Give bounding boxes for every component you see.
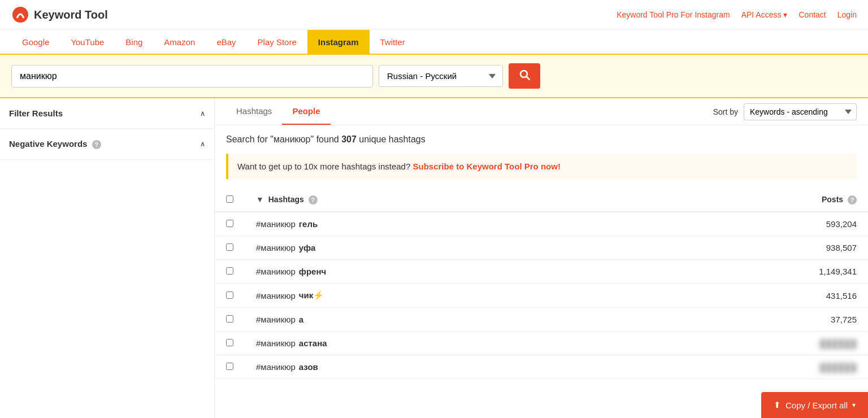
hashtag-cell: #маникюразов <box>245 355 624 379</box>
copy-export-label: Copy / Export all <box>785 400 848 410</box>
filter-results-chevron-icon: ∧ <box>200 110 205 117</box>
posts-value: ▓▓▓▓▓▓ <box>624 332 868 355</box>
language-select[interactable]: Russian - Русский English - English <box>379 65 503 87</box>
hashtag-prefix: #маникюр <box>256 243 296 252</box>
negative-keywords-header[interactable]: Negative Keywords ? ∧ <box>0 129 214 159</box>
hashtag-suffix: астана <box>299 338 327 348</box>
negative-keywords-section: Negative Keywords ? ∧ <box>0 129 214 160</box>
row-checkbox-cell <box>215 260 245 284</box>
hashtag-suffix: уфа <box>299 243 316 252</box>
posts-help-icon[interactable]: ? <box>848 195 857 204</box>
tab-ebay[interactable]: eBay <box>206 30 246 54</box>
row-checkbox-cell <box>215 332 245 355</box>
th-posts: Posts ? <box>624 188 868 212</box>
copy-export-icon: ⬆ <box>774 400 781 410</box>
logo-icon <box>11 6 29 24</box>
result-tab-hashtags[interactable]: Hashtags <box>226 98 282 125</box>
row-checkbox-cell <box>215 308 245 332</box>
th-checkbox <box>215 188 245 212</box>
tabs-bar: Google YouTube Bing Amazon eBay Play Sto… <box>0 30 868 55</box>
hashtag-suffix: а <box>299 315 303 324</box>
row-checkbox[interactable] <box>226 291 233 299</box>
tab-bing[interactable]: Bing <box>115 30 153 54</box>
logo: Keyword Tool <box>11 6 108 24</box>
row-checkbox[interactable] <box>226 267 233 275</box>
hashtag-cell: #маникюруфа <box>245 236 624 260</box>
login-link[interactable]: Login <box>837 10 857 19</box>
search-bar: Russian - Русский English - English <box>0 55 868 98</box>
hashtag-prefix: #маникюр <box>256 315 296 324</box>
negative-keywords-label: Negative Keywords ? <box>9 139 101 149</box>
contact-link[interactable]: Contact <box>798 10 826 19</box>
sort-by-area: Sort by Keywords - ascending Keywords - … <box>713 103 857 120</box>
row-checkbox[interactable] <box>226 220 233 227</box>
search-icon <box>519 69 530 80</box>
search-summary: Search for "маникюр" found 307 unique ha… <box>215 125 868 149</box>
posts-value: ▓▓▓▓▓▓ <box>624 355 868 379</box>
tab-amazon[interactable]: Amazon <box>153 30 206 54</box>
row-checkbox-cell <box>215 236 245 260</box>
dropdown-arrow-icon: ▾ <box>783 10 787 19</box>
row-checkbox-cell <box>215 355 245 379</box>
row-checkbox[interactable] <box>226 363 233 370</box>
results-tabs: Hashtags People <box>226 98 331 125</box>
sidebar: Filter Results ∧ Negative Keywords ? ∧ <box>0 98 215 418</box>
hashtag-prefix: #маникюр <box>256 338 296 348</box>
tab-google[interactable]: Google <box>11 30 60 54</box>
negative-keywords-help-icon[interactable]: ? <box>92 140 101 149</box>
hashtag-suffix: чик⚡ <box>299 290 324 301</box>
tab-instagram[interactable]: Instagram <box>307 30 370 54</box>
pro-link[interactable]: Keyword Tool Pro For Instagram <box>617 10 730 19</box>
copy-export-button[interactable]: ⬆ Copy / Export all ▾ <box>761 392 868 418</box>
sort-by-label: Sort by <box>713 107 738 116</box>
posts-value: 938,507 <box>624 236 868 260</box>
search-input[interactable] <box>11 65 373 88</box>
hashtag-cell: #маникюрастана <box>245 332 624 355</box>
main-content: Hashtags People Sort by Keywords - ascen… <box>215 98 868 418</box>
api-access-link[interactable]: API Access ▾ <box>741 10 788 19</box>
hashtags-help-icon[interactable]: ? <box>309 195 318 204</box>
table-row: #маникюруфа 938,507 <box>215 236 868 260</box>
logo-text: Keyword Tool <box>34 8 108 21</box>
filter-results-header[interactable]: Filter Results ∧ <box>0 98 214 128</box>
hashtag-cell: #маникюрчик⚡ <box>245 284 624 308</box>
tab-twitter[interactable]: Twitter <box>370 30 416 54</box>
posts-value: 37,725 <box>624 308 868 332</box>
posts-value: 593,204 <box>624 212 868 236</box>
filter-results-section: Filter Results ∧ <box>0 98 214 129</box>
posts-value: 431,516 <box>624 284 868 308</box>
hashtag-cell: #маникюргель <box>245 212 624 236</box>
sort-select[interactable]: Keywords - ascending Keywords - descendi… <box>744 103 857 120</box>
sort-arrow-icon: ▼ <box>256 195 264 204</box>
tab-playstore[interactable]: Play Store <box>247 30 307 54</box>
table-row: #маникюрфренч 1,149,341 <box>215 260 868 284</box>
select-all-checkbox[interactable] <box>226 195 233 203</box>
hashtag-prefix: #маникюр <box>256 291 296 301</box>
svg-line-2 <box>527 77 530 80</box>
row-checkbox-cell <box>215 284 245 308</box>
th-hashtags: ▼ Hashtags ? <box>245 188 624 212</box>
hashtag-prefix: #маникюр <box>256 267 296 276</box>
posts-value: 1,149,341 <box>624 260 868 284</box>
table-header-row: ▼ Hashtags ? Posts ? <box>215 188 868 212</box>
table-row: #маникюргель 593,204 <box>215 212 868 236</box>
row-checkbox-cell <box>215 212 245 236</box>
row-checkbox[interactable] <box>226 243 233 251</box>
tab-youtube[interactable]: YouTube <box>60 30 115 54</box>
table-row: #маникюразов ▓▓▓▓▓▓ <box>215 355 868 379</box>
search-button[interactable] <box>509 63 540 89</box>
table-row: #маникюрастана ▓▓▓▓▓▓ <box>215 332 868 355</box>
hashtag-suffix: азов <box>299 362 318 372</box>
hashtag-suffix: гель <box>299 219 318 229</box>
table-row: #маникюрчик⚡ 431,516 <box>215 284 868 308</box>
filter-results-label: Filter Results <box>9 108 63 118</box>
hashtag-prefix: #маникюр <box>256 362 296 372</box>
hashtag-cell: #маникюра <box>245 308 624 332</box>
results-table: ▼ Hashtags ? Posts ? #маникюргель <box>215 188 868 379</box>
result-tab-people[interactable]: People <box>282 98 330 125</box>
row-checkbox[interactable] <box>226 339 233 346</box>
main-layout: Filter Results ∧ Negative Keywords ? ∧ H… <box>0 98 868 418</box>
promo-link[interactable]: Subscribe to Keyword Tool Pro now! <box>413 162 560 171</box>
hashtag-prefix: #маникюр <box>256 219 296 229</box>
row-checkbox[interactable] <box>226 315 233 323</box>
